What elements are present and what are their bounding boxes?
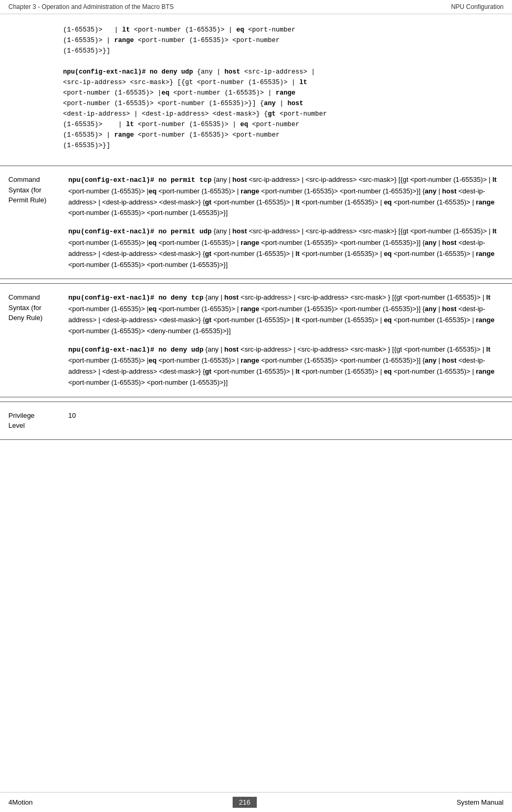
header-section: NPU Configuration (451, 3, 504, 11)
code-line-2: (1-65535)> | range <port-number (1-65535… (63, 35, 449, 46)
top-code-block: (1-65535)> | lt <port-number (1-65535)> … (0, 14, 512, 161)
privilege-value: 10 (68, 410, 512, 431)
code-line-1: (1-65535)> | lt <port-number (1-65535)> … (63, 25, 449, 35)
permit-label-line3: Permit Rule) (8, 196, 46, 204)
deny-rule-label: Command Syntax (for Deny Rule) (0, 292, 68, 388)
deny-rule-row: Command Syntax (for Deny Rule) npu(confi… (0, 284, 512, 397)
permit-udp-text: npu(config-ext-nacl)# no permit udp {any… (68, 226, 504, 270)
privilege-section: Privilege Level 10 (0, 402, 512, 440)
permit-tcp-text: npu(config-ext-nacl)# no permit tcp {any… (68, 174, 504, 219)
deny-udp-text: npu(config-ext-nacl)# no deny udp {any |… (68, 344, 504, 388)
permit-label-line2: Syntax (for (8, 186, 41, 194)
main-content: Command Syntax (for Permit Rule) npu(con… (0, 166, 512, 471)
code-block-udp: npu(config-ext-nacl)# no deny udp {any |… (63, 67, 449, 151)
permit-label-line1: Command (8, 176, 40, 183)
footer-brand: 4Motion (8, 798, 33, 806)
footer-manual: System Manual (456, 798, 504, 806)
footer-page-number: 216 (233, 797, 257, 808)
privilege-row: Privilege Level 10 (0, 402, 512, 440)
deny-rule-section: Command Syntax (for Deny Rule) npu(confi… (0, 283, 512, 397)
permit-rule-label: Command Syntax (for Permit Rule) (0, 174, 68, 270)
privilege-label-line2: Level (8, 422, 25, 429)
deny-tcp-text: npu(config-ext-nacl)# no deny tcp {any |… (68, 292, 504, 336)
header-chapter: Chapter 3 - Operation and Administration… (8, 3, 174, 11)
deny-label-line1: Command (8, 293, 40, 301)
privilege-number: 10 (68, 412, 76, 419)
permit-rule-content: npu(config-ext-nacl)# no permit tcp {any… (68, 174, 512, 270)
permit-rule-section: Command Syntax (for Permit Rule) npu(con… (0, 166, 512, 279)
deny-label-line2: Syntax (for (8, 304, 41, 312)
deny-label-line3: Deny Rule) (8, 314, 43, 322)
header: Chapter 3 - Operation and Administration… (0, 0, 512, 14)
privilege-label-line1: Privilege (8, 412, 35, 419)
privilege-label: Privilege Level (0, 410, 68, 431)
code-line-3: (1-65535)>}] (63, 46, 449, 56)
deny-rule-content: npu(config-ext-nacl)# no deny tcp {any |… (68, 292, 512, 388)
footer: 4Motion 216 System Manual (0, 792, 512, 812)
permit-rule-row: Command Syntax (for Permit Rule) npu(con… (0, 166, 512, 279)
